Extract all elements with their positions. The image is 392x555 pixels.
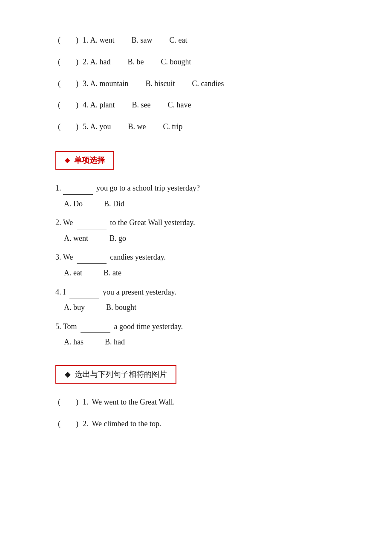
mc-q5-optB: B. had [105,335,125,349]
mc-q1-blank [63,194,93,195]
q5-number: 5. [83,121,89,133]
q1-line: ( ) 1. A. went B. saw C. eat [55,34,337,46]
mc-q5-number: 5. [55,322,61,331]
mc-q3-options: A. eat B. ate [64,266,337,280]
match-q1: ( ) 1. We went to the Great Wall. [55,396,337,409]
q4-optC: C. have [168,99,191,111]
mc-q1-text: 1. you go to a school trip yesterday? [55,182,337,195]
mc-q2-text: 2. We to the Great Wall yesterday. [55,216,337,229]
q5-optA: A. you [90,121,111,133]
q5-optC: C. trip [163,121,183,133]
mc-q2-number: 2. [55,218,61,227]
mc-q4-number: 4. [55,288,61,296]
mc-q5-text: 5. Tom a good time yesterday. [55,320,337,333]
q2-optA: A. had [90,56,111,68]
q3-optB: B. biscuit [146,78,175,90]
mc-q5-options: A. has B. had [64,335,337,349]
mc-q3: 3. We candies yesterday. A. eat B. ate [55,251,337,279]
match-q1-number: 1. [83,396,89,409]
mc-q1: 1. you go to a school trip yesterday? A.… [55,182,337,210]
mc-q1-optA: A. Do [64,197,83,211]
q4-optA: A. plant [90,99,115,111]
mc-q4-optA: A. buy [64,301,85,314]
section2-title: 选出与下列句子相符的图片 [75,369,167,379]
mc-q1-optB: B. Did [104,197,124,211]
q2-number: 2. [83,56,89,68]
mc-q2-options: A. went B. go [64,232,337,245]
q4-paren: ( ) [55,99,81,111]
q3-optC: C. candies [192,78,224,90]
section2-diamond: ◆ [65,370,71,379]
section2-block: ◆ 选出与下列句子相符的图片 ( ) 1. We went to the Gre… [55,355,337,430]
match-q1-text: We went to the Great Wall. [92,396,175,409]
q1-options: A. went B. saw C. eat [90,34,187,46]
match-q2-text: We climbed to the top. [92,417,161,431]
mc-q2-optB: B. go [110,232,126,245]
q3-paren: ( ) [55,78,81,90]
q1-optC: C. eat [170,34,187,46]
mc-q2-optA: A. went [64,232,88,245]
match-q2-paren: ( ) [55,417,81,431]
mc-q1-options: A. Do B. Did [64,197,337,211]
q2-optB: B. be [128,56,144,68]
section1-block: ◆ 单项选择 1. you go to a school trip yester… [55,142,337,349]
mc-q4-options: A. buy B. bought [64,301,337,314]
mc-q3-blank [77,263,107,264]
q5-optB: B. we [128,121,146,133]
mc-q4-text: 4. I you a present yesterday. [55,286,337,299]
mc-q5-optA: A. has [64,335,84,349]
section1-title: 单项选择 [74,155,105,165]
q1-optA: A. went [90,34,115,46]
q4-optB: B. see [132,99,151,111]
section2-header: ◆ 选出与下列句子相符的图片 [55,365,176,384]
part1-section: ( ) 1. A. went B. saw C. eat ( ) 2. A. h… [55,34,337,133]
q3-number: 3. [83,78,89,90]
mc-q4-optB: B. bought [106,301,136,314]
mc-q4-blank [69,298,99,298]
q2-line: ( ) 2. A. had B. be C. bought [55,56,337,68]
mc-q2: 2. We to the Great Wall yesterday. A. we… [55,216,337,245]
mc-q3-number: 3. [55,253,61,261]
mc-q3-text: 3. We candies yesterday. [55,251,337,264]
section1-diamond: ◆ [65,156,70,164]
match-q1-paren: ( ) [55,396,81,409]
section1-header: ◆ 单项选择 [55,151,114,170]
q5-paren: ( ) [55,121,81,133]
mc-q1-rest: you go to a school trip yesterday? [95,184,200,192]
q1-optB: B. saw [132,34,153,46]
q2-paren: ( ) [55,56,81,68]
q3-options: A. mountain B. biscuit C. candies [90,78,224,90]
mc-q5: 5. Tom a good time yesterday. A. has B. … [55,320,337,349]
match-q2: ( ) 2. We climbed to the top. [55,417,337,431]
q4-line: ( ) 4. A. plant B. see C. have [55,99,337,111]
q4-options: A. plant B. see C. have [90,99,191,111]
mc-q2-blank [77,229,107,229]
q2-optC: C. bought [161,56,191,68]
q2-options: A. had B. be C. bought [90,56,191,68]
mc-q5-blank [81,332,110,333]
q1-paren: ( ) [55,34,81,46]
mc-q1-number: 1. [55,184,61,192]
q4-number: 4. [83,99,89,111]
q3-optA: A. mountain [90,78,129,90]
q5-options: A. you B. we C. trip [90,121,183,133]
q1-number: 1. [83,34,89,46]
match-q2-number: 2. [83,417,89,431]
mc-q4: 4. I you a present yesterday. A. buy B. … [55,286,337,314]
q5-line: ( ) 5. A. you B. we C. trip [55,121,337,133]
q3-line: ( ) 3. A. mountain B. biscuit C. candies [55,78,337,90]
mc-q3-optA: A. eat [64,266,82,280]
mc-q3-optB: B. ate [104,266,121,280]
